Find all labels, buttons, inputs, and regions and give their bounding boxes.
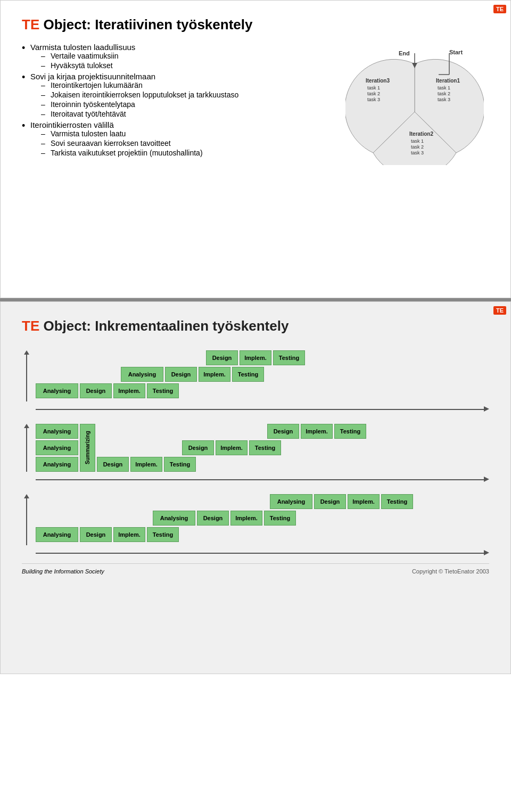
box-implem-2b: Implem. bbox=[216, 440, 248, 455]
box-design-2a: Design bbox=[97, 457, 129, 472]
box-implem-1c: Implem. bbox=[240, 350, 271, 365]
box-testing-1a: Testing bbox=[147, 383, 179, 398]
slide1-content: Varmista tulosten laadullisuus Vertaile … bbox=[22, 43, 489, 165]
up-arrow-3 bbox=[22, 494, 31, 545]
box-implem-1a: Implem. bbox=[113, 383, 145, 398]
svg-text:task 2: task 2 bbox=[367, 91, 380, 96]
sub-item-2-3: Iteroinnin työskentelytapa bbox=[41, 100, 329, 109]
box-design-1a: Design bbox=[80, 383, 112, 398]
box-analysing-2c: Analysing bbox=[36, 457, 78, 472]
box-testing-2c: Testing bbox=[334, 424, 366, 439]
slide1-title: TE Object: Iteratiivinen työskentely bbox=[22, 17, 489, 33]
sub-list-2: Iterointikertojen lukumäärän Jokaisen it… bbox=[41, 81, 329, 118]
slide2-title: TE Object: Inkrementaalinen työskentely bbox=[22, 318, 489, 334]
box-testing-3c: Testing bbox=[381, 494, 413, 509]
sub-list-3: Varmista tulosten laatu Sovi seuraavan k… bbox=[41, 129, 329, 157]
sub-item-2-2: Jokaisen iterointikierroksen lopputuloks… bbox=[41, 91, 329, 99]
slide2-title-prefix: TE bbox=[22, 318, 39, 334]
box-implem-3c: Implem. bbox=[348, 494, 380, 509]
svg-text:task 2: task 2 bbox=[411, 144, 424, 150]
svg-text:task 2: task 2 bbox=[438, 91, 450, 96]
svg-text:task 3: task 3 bbox=[367, 97, 380, 102]
box-analysing-1a: Analysing bbox=[36, 383, 78, 398]
up-arrow-2 bbox=[22, 424, 31, 472]
box-analysing-3c: Analysing bbox=[270, 494, 312, 509]
slide1-title-prefix: TE bbox=[22, 17, 39, 32]
box-design-3b: Design bbox=[197, 511, 229, 526]
sub-item-1-2: Hyväksytä tulokset bbox=[41, 61, 329, 70]
sub-item-2-4: Iteroitavat työt/tehtävät bbox=[41, 110, 329, 118]
slide2: TE TE Object: Inkrementaalinen työskente… bbox=[0, 301, 511, 674]
sub-item-2-1: Iterointikertojen lukumäärän bbox=[41, 81, 329, 89]
bullet-3: Iterointikierrosten välillä Varmista tul… bbox=[22, 120, 329, 157]
svg-text:End: End bbox=[399, 50, 410, 56]
box-analysing-2a: Analysing bbox=[36, 424, 78, 439]
bullet-2: Sovi ja kirjaa projektisuunnitelmaan Ite… bbox=[22, 72, 329, 118]
box-implem-2c: Implem. bbox=[301, 424, 333, 439]
slide2-title-rest: Object: Inkrementaalinen työskentely bbox=[39, 318, 289, 334]
bullet-1: Varmista tulosten laadullisuus Vertaile … bbox=[22, 43, 329, 70]
svg-text:Start: Start bbox=[449, 49, 463, 55]
sub-list-1: Vertaile vaatimuksiin Hyväksytä tulokset bbox=[41, 52, 329, 70]
sub-item-3-2: Sovi seuraavan kierroksen tavoitteet bbox=[41, 139, 329, 147]
svg-text:task 1: task 1 bbox=[367, 85, 380, 91]
box-implem-1b: Implem. bbox=[199, 367, 230, 382]
slide2-te-badge: TE bbox=[493, 306, 506, 315]
h-arrow-1 bbox=[36, 404, 489, 414]
box-design-3c: Design bbox=[314, 494, 346, 509]
h-arrow-2 bbox=[36, 474, 489, 485]
box-design-3a: Design bbox=[80, 527, 112, 542]
box-testing-1b: Testing bbox=[232, 367, 264, 382]
box-testing-3b: Testing bbox=[264, 511, 296, 526]
box-design-1b: Design bbox=[165, 367, 197, 382]
box-design-2c: Design bbox=[267, 424, 299, 439]
sub-item-3-1: Varmista tulosten laatu bbox=[41, 129, 329, 138]
svg-text:Iteration3: Iteration3 bbox=[366, 78, 390, 84]
box-testing-2a: Testing bbox=[164, 457, 196, 472]
main-bullet-list: Varmista tulosten laadullisuus Vertaile … bbox=[22, 43, 329, 157]
box-summarizing: Summarizing bbox=[80, 424, 95, 472]
copyright-text: Copyright © TietoEnator 2003 bbox=[412, 568, 489, 575]
box-testing-1c: Testing bbox=[273, 350, 305, 365]
sub-item-1-1: Vertaile vaatimuksiin bbox=[41, 52, 329, 60]
slide1-title-rest: Object: Iteratiivinen työskentely bbox=[39, 17, 252, 32]
box-testing-2b: Testing bbox=[249, 440, 281, 455]
svg-text:Iteration1: Iteration1 bbox=[436, 78, 460, 84]
box-testing-3a: Testing bbox=[147, 527, 179, 542]
box-analysing-1b: Analysing bbox=[121, 367, 163, 382]
building-text: Building the Information Society bbox=[22, 568, 104, 575]
box-analysing-2b: Analysing bbox=[36, 440, 78, 455]
circle-diagram: End Start Iteration1 task 1 task 2 task … bbox=[345, 48, 484, 165]
slide1: TE TE Object: Iteratiivinen työskentely … bbox=[0, 0, 511, 298]
box-analysing-3b: Analysing bbox=[153, 511, 195, 526]
svg-text:task 3: task 3 bbox=[438, 97, 450, 102]
svg-text:task 1: task 1 bbox=[411, 138, 424, 144]
svg-text:task 1: task 1 bbox=[438, 85, 450, 91]
box-analysing-3a: Analysing bbox=[36, 527, 78, 542]
svg-text:task 3: task 3 bbox=[411, 150, 424, 155]
box-implem-3a: Implem. bbox=[113, 527, 145, 542]
svg-text:Iteration2: Iteration2 bbox=[409, 131, 433, 137]
slide1-right: End Start Iteration1 task 1 task 2 task … bbox=[340, 43, 489, 165]
box-implem-2a: Implem. bbox=[130, 457, 162, 472]
sub-item-3-3: Tarkista vaikutukset projektiin (muutosh… bbox=[41, 149, 329, 157]
box-implem-3b: Implem. bbox=[230, 511, 262, 526]
slide1-left: Varmista tulosten laadullisuus Vertaile … bbox=[22, 43, 329, 165]
box-design-1c: Design bbox=[206, 350, 238, 365]
box-design-2b: Design bbox=[182, 440, 214, 455]
slide1-te-badge: TE bbox=[493, 5, 506, 13]
up-arrow-1 bbox=[22, 350, 31, 401]
h-arrow-3 bbox=[36, 547, 489, 558]
